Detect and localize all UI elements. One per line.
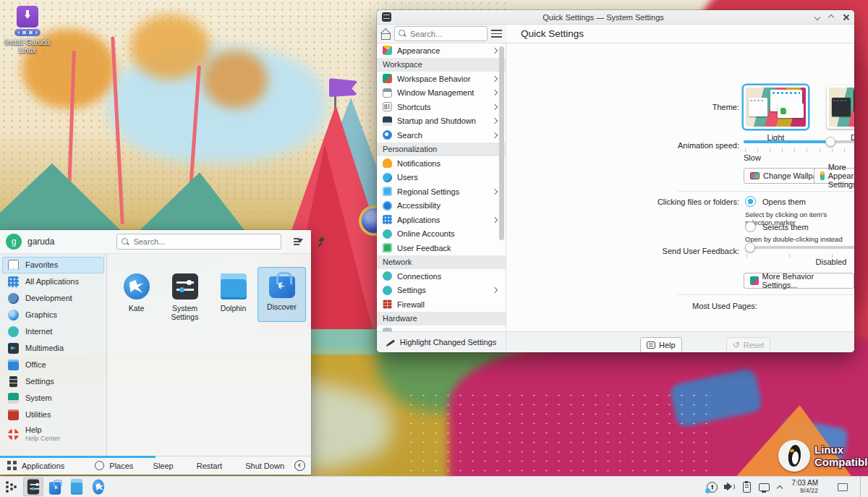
expand-tray-icon[interactable] [776, 483, 783, 490]
animation-speed-label: Animation speed: [615, 141, 739, 150]
category-icon [383, 229, 392, 239]
user-avatar[interactable]: g [6, 234, 22, 250]
settings-sidebar-row-window-management[interactable]: Window Management [377, 86, 506, 101]
launcher-categories: Favorites All Applications Development G… [0, 254, 107, 456]
window-close-icon[interactable] [843, 14, 849, 20]
launcher-search[interactable] [116, 234, 281, 250]
category-icon [383, 187, 392, 196]
tab-icon [95, 461, 104, 470]
more-session-options-icon[interactable] [294, 460, 305, 471]
theme-thumbnail[interactable] [827, 85, 854, 129]
home-icon[interactable] [381, 30, 391, 38]
launcher-category-development[interactable]: Development [2, 290, 104, 307]
show-desktop-button[interactable] [860, 477, 865, 497]
present-windows-icon[interactable] [838, 483, 848, 491]
task-dolphin[interactable] [67, 477, 87, 496]
settings-sidebar-row-accessibility[interactable]: Accessibility [377, 199, 506, 213]
radio-opens-them[interactable] [745, 196, 756, 207]
settings-sidebar-row-applications[interactable]: Applications [377, 213, 506, 227]
pin-icon[interactable] [315, 237, 326, 247]
clipboard-icon[interactable] [743, 482, 751, 493]
digital-clock[interactable]: 7:03 AM 9/4/22 [791, 479, 818, 495]
launcher-category-multimedia[interactable]: Multimedia [2, 340, 104, 357]
application-launcher-popup: g garuda Favorites All Applications Deve… [0, 230, 311, 475]
settings-sidebar-row-notifications[interactable]: Notifications [377, 156, 506, 171]
settings-sidebar-row-workspace-behavior[interactable]: Workspace Behavior [377, 72, 506, 86]
category-icon [8, 393, 19, 404]
window-maximize-icon[interactable] [828, 14, 834, 20]
settings-sidebar-row-personalization: Personalization [377, 143, 506, 157]
sidebar-scrollbar[interactable] [499, 46, 504, 240]
settings-sidebar-row-network: Network [377, 255, 506, 270]
theme-thumbnail[interactable] [744, 85, 808, 129]
launcher-category-favorites[interactable]: Favorites [2, 257, 104, 273]
power-action-restart[interactable]: Restart [184, 461, 222, 470]
task-discover[interactable] [45, 477, 65, 496]
feedback-state: Disabled [788, 258, 854, 266]
settings-sidebar-row-firewall[interactable]: Firewall [377, 297, 506, 312]
settings-sidebar-row-regional-settings[interactable]: Regional Settings [377, 184, 506, 199]
launcher-app-dolphin[interactable]: Dolphin [209, 267, 258, 322]
app-launcher-button[interactable] [1, 477, 22, 496]
launcher-app-kate[interactable]: Kate [112, 267, 161, 322]
launcher-tab-tab-places[interactable]: Places [88, 456, 140, 475]
power-action-shutdown[interactable]: Shut Down [232, 461, 284, 470]
settings-sidebar-row-search[interactable]: Search [377, 128, 506, 143]
app-icon [221, 273, 247, 300]
launcher-category-cat-settings[interactable]: Settings [2, 373, 104, 390]
launcher-category-office[interactable]: Office [2, 357, 104, 373]
watermark-line1: Linux [814, 443, 868, 456]
launcher-category-graphics[interactable]: Graphics [2, 307, 104, 323]
more-appearance-settings-button[interactable]: More Appearance Settings... [814, 168, 854, 184]
highlight-changed-settings-button[interactable]: Highlight Changed Settings [377, 332, 506, 352]
settings-sidebar-row-online-accounts[interactable]: Online Accounts [377, 227, 506, 242]
launcher-category-system[interactable]: System [2, 390, 104, 407]
settings-search[interactable] [394, 26, 488, 41]
category-icon [383, 300, 392, 309]
titlebar[interactable]: Quick Settings — System Settings [377, 10, 854, 25]
category-icon [8, 343, 19, 354]
settings-search-input[interactable] [394, 26, 488, 41]
window-more-icon[interactable] [814, 14, 820, 20]
settings-sidebar-row-network-settings[interactable]: Settings [377, 284, 506, 298]
feedback-slider[interactable] [745, 242, 854, 252]
reset-button[interactable]: Reset [726, 337, 771, 353]
chevron-right-icon [492, 104, 498, 110]
launcher-category-all-applications[interactable]: All Applications [2, 273, 104, 290]
sort-icon[interactable] [293, 237, 303, 247]
display-icon[interactable] [759, 483, 770, 491]
power-action-icon [184, 461, 193, 470]
taskbar-panel: 7:03 AM 9/4/22 [0, 476, 868, 497]
settings-sidebar-row-startup-shutdown[interactable]: Startup and Shutdown [377, 114, 506, 129]
system-settings-icon [27, 480, 39, 495]
software-updates-icon[interactable] [707, 482, 718, 493]
task-kate[interactable] [88, 477, 109, 496]
hamburger-menu-icon[interactable] [491, 30, 502, 38]
settings-sidebar-row-user-feedback[interactable]: User Feedback [377, 241, 506, 255]
category-icon [383, 158, 392, 168]
power-action-sleep[interactable]: Sleep [140, 461, 174, 470]
chevron-right-icon [492, 217, 498, 223]
launcher-app-app-system-settings[interactable]: System Settings [161, 267, 209, 322]
launcher-category-help[interactable]: Help Help Center [2, 423, 104, 445]
volume-icon[interactable] [724, 482, 735, 493]
discover-icon [49, 482, 61, 494]
installer-icon [17, 6, 38, 27]
launcher-category-internet[interactable]: Internet [2, 323, 104, 340]
settings-sidebar-row-appearance[interactable]: Appearance [377, 43, 506, 58]
launcher-search-input[interactable] [116, 234, 281, 250]
more-behavior-settings-button[interactable]: More Behavior Settings... [744, 273, 854, 289]
task-system-settings[interactable] [23, 477, 43, 496]
animation-speed-slider[interactable] [744, 137, 854, 147]
desktop-icon-install-garuda[interactable]: Install Garuda Linux [4, 6, 51, 54]
settings-sidebar-row-connections[interactable]: Connections [377, 269, 506, 284]
launcher-app-discover[interactable]: Discover [258, 267, 306, 322]
settings-sidebar-row-shortcuts[interactable]: Shortcuts [377, 100, 506, 114]
appearance-icon [820, 171, 825, 180]
radio-selects-them[interactable] [745, 221, 756, 232]
launcher-tab-tab-applications[interactable]: Applications [0, 456, 72, 475]
category-icon [383, 116, 392, 126]
help-button[interactable]: Help [640, 337, 682, 353]
settings-sidebar-row-users[interactable]: Users [377, 171, 506, 185]
launcher-category-utilities[interactable]: Utilities [2, 407, 104, 423]
